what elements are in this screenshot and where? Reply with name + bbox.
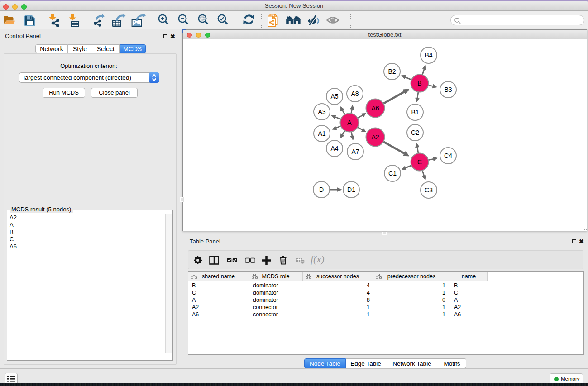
svg-text:B: B [417,80,421,87]
svg-text:A6: A6 [371,105,379,112]
svg-text:B3: B3 [444,86,452,93]
svg-text:D: D [319,186,324,193]
svg-text:A2: A2 [371,133,379,141]
svg-text:C4: C4 [444,152,452,159]
svg-text:C1: C1 [388,170,397,177]
svg-text:B2: B2 [388,68,396,75]
svg-text:A7: A7 [351,148,359,155]
svg-text:B4: B4 [425,52,432,59]
svg-text:C3: C3 [425,186,433,194]
svg-text:C: C [417,158,422,166]
svg-text:A3: A3 [318,108,325,115]
svg-text:A5: A5 [330,93,338,100]
svg-text:A4: A4 [330,145,338,152]
svg-text:A8: A8 [351,90,359,97]
svg-text:D1: D1 [347,186,355,193]
svg-text:B1: B1 [411,109,419,116]
svg-text:A: A [347,119,352,126]
svg-text:C2: C2 [411,129,419,136]
svg-text:A1: A1 [318,130,325,137]
